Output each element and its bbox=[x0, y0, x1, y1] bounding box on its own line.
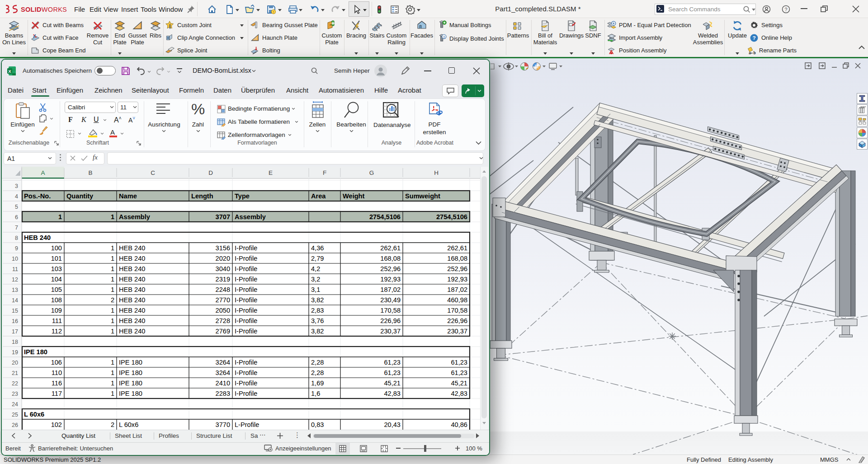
svg-text:!: ! bbox=[273, 10, 274, 14]
svg-text:2,83: 2,83 bbox=[311, 307, 324, 314]
svg-text:45,21: 45,21 bbox=[451, 380, 467, 387]
svg-text:112: 112 bbox=[52, 328, 62, 335]
svg-text:460,98: 460,98 bbox=[447, 296, 467, 304]
svg-text:A: A bbox=[41, 169, 45, 176]
svg-text:IPE 180: IPE 180 bbox=[119, 380, 142, 387]
svg-text:101: 101 bbox=[51, 255, 62, 262]
svg-text:226,96: 226,96 bbox=[447, 317, 467, 324]
svg-text:111: 111 bbox=[52, 317, 62, 324]
svg-text:HEB 240: HEB 240 bbox=[119, 244, 145, 252]
svg-text:110: 110 bbox=[52, 369, 62, 376]
svg-text:I-Profile: I-Profile bbox=[235, 286, 257, 293]
svg-text:G: G bbox=[369, 169, 374, 176]
svg-text:2769: 2769 bbox=[216, 328, 230, 335]
svg-text:108: 108 bbox=[51, 296, 62, 304]
svg-text:I-Profile: I-Profile bbox=[235, 296, 257, 304]
svg-text:1: 1 bbox=[111, 380, 114, 387]
svg-text:IPE 180: IPE 180 bbox=[119, 369, 142, 376]
svg-text:103: 103 bbox=[51, 265, 62, 272]
svg-text:Quantity: Quantity bbox=[66, 192, 94, 200]
svg-text:1: 1 bbox=[111, 317, 114, 324]
svg-text:2,28: 2,28 bbox=[311, 369, 324, 376]
svg-text:3040: 3040 bbox=[216, 265, 230, 272]
svg-text:170,58: 170,58 bbox=[380, 307, 401, 314]
svg-text:7: 7 bbox=[15, 225, 18, 231]
svg-text:E: E bbox=[269, 169, 273, 176]
svg-text:20: 20 bbox=[12, 360, 18, 366]
svg-text:1: 1 bbox=[111, 213, 114, 220]
svg-text:I-Profile: I-Profile bbox=[235, 265, 257, 272]
svg-text:1: 1 bbox=[111, 265, 114, 272]
svg-text:L 60x6: L 60x6 bbox=[119, 421, 138, 428]
svg-text:61,23: 61,23 bbox=[451, 369, 467, 376]
svg-text:12: 12 bbox=[12, 277, 18, 283]
svg-text:106: 106 bbox=[51, 359, 62, 366]
svg-text:3: 3 bbox=[15, 183, 18, 189]
svg-text:Weight: Weight bbox=[343, 192, 365, 200]
svg-text:2319: 2319 bbox=[216, 276, 230, 283]
svg-text:I-Profile: I-Profile bbox=[235, 380, 257, 387]
svg-text:262,61: 262,61 bbox=[447, 244, 467, 252]
svg-text:109: 109 bbox=[51, 307, 62, 314]
svg-text:5: 5 bbox=[15, 204, 18, 210]
svg-text:40,86: 40,86 bbox=[451, 421, 467, 428]
svg-text:L-Profile: L-Profile bbox=[235, 421, 259, 428]
svg-text:1: 1 bbox=[111, 328, 114, 335]
svg-text:X: X bbox=[8, 69, 11, 74]
svg-text:230,37: 230,37 bbox=[380, 328, 401, 335]
svg-text:3,2: 3,2 bbox=[311, 276, 320, 283]
svg-text:4,36: 4,36 bbox=[311, 244, 324, 252]
svg-text:230,49: 230,49 bbox=[380, 296, 401, 304]
svg-text:Length: Length bbox=[191, 192, 213, 200]
svg-text:b: b bbox=[753, 51, 755, 55]
svg-text:1,6: 1,6 bbox=[311, 390, 320, 397]
svg-text:116: 116 bbox=[52, 380, 62, 387]
svg-text:1: 1 bbox=[111, 286, 114, 293]
svg-text:L 60x6: L 60x6 bbox=[24, 411, 44, 418]
svg-text:18: 18 bbox=[12, 339, 18, 345]
svg-text:19: 19 bbox=[12, 349, 18, 356]
svg-text:Sumweight: Sumweight bbox=[405, 192, 440, 200]
svg-text:2754,5106: 2754,5106 bbox=[369, 213, 401, 220]
svg-text:262,61: 262,61 bbox=[380, 244, 401, 252]
svg-text:45,21: 45,21 bbox=[384, 380, 401, 387]
svg-text:16: 16 bbox=[12, 318, 18, 324]
svg-text:2770: 2770 bbox=[216, 296, 230, 304]
svg-text:2248: 2248 bbox=[216, 286, 230, 293]
svg-text:10: 10 bbox=[12, 256, 18, 262]
svg-text:2728: 2728 bbox=[216, 317, 230, 324]
svg-text:226,96: 226,96 bbox=[380, 317, 401, 324]
svg-text:2283: 2283 bbox=[216, 390, 230, 397]
svg-text:2050: 2050 bbox=[216, 307, 230, 314]
svg-text:IPE 180: IPE 180 bbox=[119, 359, 142, 366]
svg-text:15: 15 bbox=[12, 308, 18, 314]
svg-text:1: 1 bbox=[111, 369, 114, 376]
svg-text:1: 1 bbox=[58, 213, 62, 220]
svg-text:3,1: 3,1 bbox=[311, 286, 320, 293]
svg-text:1: 1 bbox=[111, 255, 114, 262]
svg-text:?: ? bbox=[784, 7, 787, 12]
svg-text:IPE 180: IPE 180 bbox=[119, 390, 142, 397]
svg-text:Area: Area bbox=[311, 192, 326, 200]
svg-text:B: B bbox=[88, 169, 92, 176]
svg-text:3,82: 3,82 bbox=[311, 296, 324, 304]
svg-text:HEB 240: HEB 240 bbox=[119, 317, 145, 324]
svg-text:42,83: 42,83 bbox=[451, 390, 467, 397]
svg-text:25: 25 bbox=[12, 412, 18, 418]
svg-text:2,79: 2,79 bbox=[311, 255, 324, 262]
svg-text:I-Profile: I-Profile bbox=[235, 255, 257, 262]
svg-text:14: 14 bbox=[12, 297, 18, 304]
svg-text:1: 1 bbox=[111, 307, 114, 314]
svg-text:IPE 180: IPE 180 bbox=[24, 348, 47, 356]
svg-text:17: 17 bbox=[12, 328, 18, 335]
svg-text:192,93: 192,93 bbox=[447, 276, 467, 283]
svg-text:3770: 3770 bbox=[216, 421, 230, 428]
svg-text:192,93: 192,93 bbox=[380, 276, 401, 283]
svg-text:HEB 240: HEB 240 bbox=[119, 276, 145, 283]
svg-text:Name: Name bbox=[119, 192, 137, 200]
svg-text:9: 9 bbox=[15, 245, 18, 252]
svg-text:8: 8 bbox=[15, 235, 18, 241]
svg-text:HEB 240: HEB 240 bbox=[119, 307, 145, 314]
svg-text:HEB 240: HEB 240 bbox=[119, 265, 145, 272]
svg-text:Assembly: Assembly bbox=[119, 213, 151, 220]
